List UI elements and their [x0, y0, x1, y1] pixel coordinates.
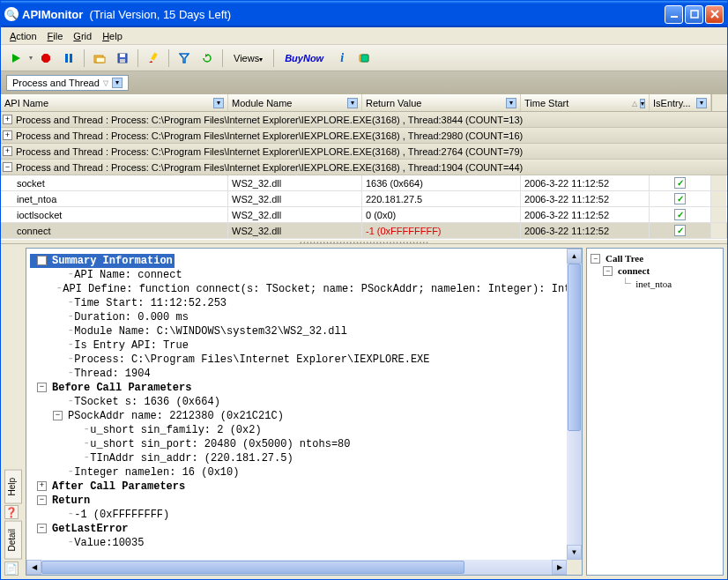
- entry-checkbox[interactable]: ✓: [674, 193, 686, 204]
- tab-detail-icon[interactable]: 📄: [4, 561, 19, 576]
- call-tree-root[interactable]: connect: [618, 265, 650, 276]
- stop-button[interactable]: [36, 48, 56, 68]
- maximize-button[interactable]: [685, 5, 703, 24]
- group-toggle-icon[interactable]: +: [3, 115, 12, 124]
- buynow-button[interactable]: BuyNow: [279, 51, 329, 65]
- open-button[interactable]: [90, 48, 109, 68]
- scroll-up-button[interactable]: ▲: [567, 249, 582, 264]
- group-row[interactable]: +Process and Thread : Process: C:\Progra…: [1, 144, 727, 160]
- group-toggle-icon[interactable]: +: [3, 130, 12, 140]
- data-row[interactable]: socketWS2_32.dll1636 (0x664)2006-3-22 11…: [1, 175, 727, 191]
- detail-line[interactable]: −GetLastError: [30, 522, 563, 536]
- detail-line[interactable]: ╶ TInAddr sin_addr: (220.181.27.5): [30, 451, 563, 465]
- detail-tree[interactable]: −Summary Information╶ API Name: connect╶…: [26, 249, 567, 560]
- col-dd-icon[interactable]: ▾: [696, 98, 707, 108]
- detail-line[interactable]: −PSockAddr name: 2212380 (0x21C21C): [30, 409, 563, 423]
- filter-button[interactable]: [175, 48, 194, 68]
- scroll-thumb[interactable]: [41, 561, 464, 574]
- tree-toggle-icon[interactable]: +: [37, 481, 47, 491]
- detail-line[interactable]: ╶ Is Entry API: True: [30, 338, 563, 353]
- entry-checkbox[interactable]: ✓: [674, 209, 686, 220]
- group-row[interactable]: +Process and Thread : Process: C:\Progra…: [1, 128, 727, 144]
- col-is-entry[interactable]: IsEntry...▾: [650, 94, 711, 111]
- tree-toggle-icon[interactable]: −: [37, 383, 47, 392]
- detail-line[interactable]: +After Call Parameters: [30, 480, 563, 494]
- detail-line[interactable]: −Summary Information: [30, 254, 175, 268]
- col-time-start[interactable]: Time Start△ ▾: [521, 94, 650, 111]
- detail-line[interactable]: ╶ Value:10035: [30, 536, 563, 550]
- detail-line[interactable]: ╶ -1 (0xFFFFFFFF): [30, 508, 563, 522]
- tree-toggle-icon[interactable]: −: [37, 256, 47, 265]
- data-row[interactable]: connectWS2_32.dll-1 (0xFFFFFFFF)2006-3-2…: [1, 223, 727, 239]
- tree-toggle-icon[interactable]: −: [37, 524, 47, 533]
- close-button[interactable]: [705, 5, 724, 24]
- menu-grid[interactable]: Grid: [68, 29, 97, 43]
- titlebar[interactable]: 🔍 APIMonitor (Trial Version, 15 Days Lef…: [1, 1, 727, 27]
- entry-checkbox[interactable]: ✓: [674, 225, 686, 236]
- tree-toggle-icon[interactable]: −: [53, 411, 63, 420]
- data-row[interactable]: inet_ntoaWS2_32.dll220.181.27.52006-3-22…: [1, 191, 727, 207]
- scroll-right-button[interactable]: ▶: [552, 560, 567, 575]
- detail-line[interactable]: ╶ Process: C:\Program Files\Internet Exp…: [30, 353, 563, 367]
- detail-vscrollbar[interactable]: ▲ ▼: [567, 249, 582, 560]
- detail-line[interactable]: ╶ TSocket s: 1636 (0x664): [30, 395, 563, 409]
- col-api-name[interactable]: API Name▾: [1, 94, 228, 111]
- info-button[interactable]: i: [332, 48, 352, 68]
- filter-dropdown-icon[interactable]: ▾: [112, 78, 123, 88]
- col-dd-icon[interactable]: ▾: [640, 99, 645, 108]
- col-dd-icon[interactable]: ▾: [213, 98, 224, 108]
- pause-button[interactable]: [59, 48, 78, 68]
- detail-line[interactable]: ╶ Thread: 1904: [30, 367, 563, 381]
- cell-return: 0 (0x0): [362, 207, 521, 222]
- detail-line[interactable]: −Before Call Parameters: [30, 381, 563, 395]
- refresh-button[interactable]: [197, 48, 217, 68]
- group-toggle-icon[interactable]: −: [3, 162, 12, 172]
- scroll-thumb[interactable]: [568, 264, 581, 431]
- tree-toggle-icon[interactable]: −: [37, 495, 47, 505]
- help-button[interactable]: [355, 48, 375, 68]
- minimize-button[interactable]: [665, 5, 683, 24]
- group-row[interactable]: −Process and Thread : Process: C:\Progra…: [1, 160, 727, 175]
- col-dd-icon[interactable]: ▾: [506, 98, 516, 108]
- menu-help[interactable]: Help: [97, 29, 128, 43]
- save-button[interactable]: [113, 48, 132, 68]
- detail-line[interactable]: −Return: [30, 494, 563, 508]
- cell-return: 220.181.27.5: [362, 191, 521, 206]
- tree-collapse-icon[interactable]: −: [603, 266, 613, 276]
- group-toggle-icon[interactable]: +: [3, 146, 12, 156]
- cell-module: WS2_32.dll: [228, 223, 362, 238]
- cell-api: ioctlsocket: [1, 207, 228, 222]
- tab-detail[interactable]: Detail: [4, 521, 22, 560]
- svg-rect-11: [120, 54, 125, 57]
- tab-help-icon[interactable]: ❓: [4, 505, 19, 519]
- play-button[interactable]: [6, 48, 26, 68]
- tree-collapse-icon[interactable]: −: [591, 254, 600, 264]
- entry-checkbox[interactable]: ✓: [674, 177, 686, 189]
- col-dd-icon[interactable]: ▾: [347, 98, 358, 108]
- detail-line[interactable]: ╶ Module Name: C:\WINDOWS\system32\WS2_3…: [30, 324, 563, 338]
- menu-file[interactable]: File: [42, 29, 69, 43]
- call-tree[interactable]: −Call Tree −connect └╴inet_ntoa: [587, 249, 675, 575]
- cell-time: 2006-3-22 11:12:52: [521, 191, 650, 206]
- highlight-button[interactable]: [144, 48, 163, 68]
- scroll-down-button[interactable]: ▼: [567, 545, 582, 560]
- call-tree-child[interactable]: inet_ntoa: [635, 279, 672, 289]
- detail-line[interactable]: ╶ API Define: function connect(s: TSocke…: [30, 282, 563, 296]
- col-module-name[interactable]: Module Name▾: [228, 94, 362, 111]
- menu-action[interactable]: Action: [4, 29, 42, 43]
- detail-line[interactable]: ╶ u_short sin_family: 2 (0x2): [30, 423, 563, 437]
- cell-api: connect: [1, 223, 228, 238]
- detail-line[interactable]: ╶ Duration: 0.000 ms: [30, 310, 563, 324]
- group-by-dropdown[interactable]: Process and Thread ▽ ▾: [6, 75, 129, 91]
- group-row[interactable]: +Process and Thread : Process: C:\Progra…: [1, 112, 727, 128]
- detail-line[interactable]: ╶ API Name: connect: [30, 268, 563, 282]
- views-dropdown[interactable]: Views▾: [228, 51, 268, 65]
- data-row[interactable]: ioctlsocketWS2_32.dll0 (0x0)2006-3-22 11…: [1, 207, 727, 223]
- detail-hscrollbar[interactable]: ◀ ▶: [26, 560, 582, 575]
- detail-line[interactable]: ╶ Time Start: 11:12:52.253: [30, 296, 563, 310]
- col-return-value[interactable]: Return Value▾: [362, 94, 521, 111]
- tab-help[interactable]: Help: [4, 470, 22, 504]
- detail-line[interactable]: ╶ u_short sin_port: 20480 (0x5000) ntohs…: [30, 437, 563, 451]
- detail-line[interactable]: ╶ Integer namelen: 16 (0x10): [30, 465, 563, 480]
- scroll-left-button[interactable]: ◀: [26, 560, 41, 575]
